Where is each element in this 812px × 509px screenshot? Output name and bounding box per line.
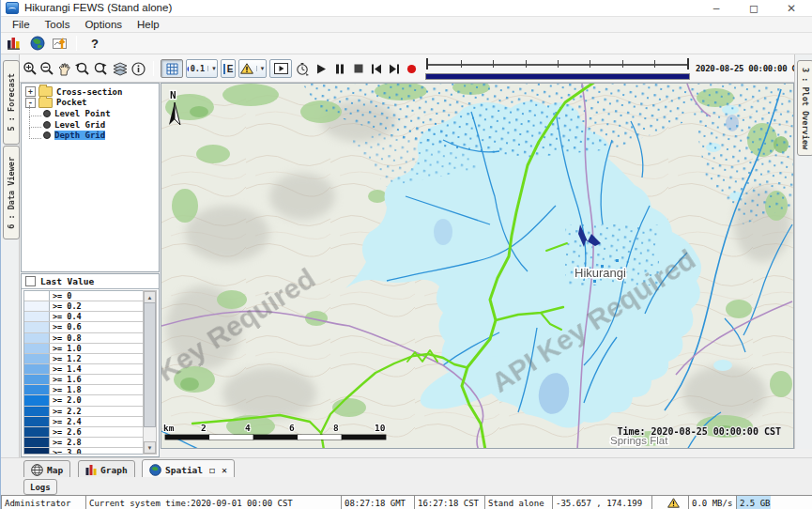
left-tab-strip: 5 : Forecast 6 : Data Viewer — [1, 54, 20, 458]
label-toggle[interactable]: E — [221, 59, 236, 78]
map-view[interactable]: API Key Required API Key Required Hikura… — [161, 83, 794, 449]
toolbar-separator — [76, 36, 77, 51]
maximize-button[interactable]: ◻ — [738, 0, 770, 16]
legend-swatch — [24, 385, 50, 394]
zoom-out-icon[interactable] — [38, 59, 55, 78]
north-label: N — [170, 89, 176, 101]
close-button[interactable]: ✕ — [775, 0, 807, 16]
legend-swatch — [24, 395, 50, 405]
map-canvas[interactable]: API Key Required API Key Required Hikura… — [161, 84, 793, 449]
tab-map[interactable]: Map — [23, 460, 70, 479]
legend-row[interactable]: >= 1.6 — [24, 375, 144, 385]
zoom-in-icon[interactable] — [22, 59, 38, 78]
minimize-button[interactable]: – — [700, 0, 732, 16]
legend-swatch — [24, 301, 50, 311]
window-title: Hikurangi FEWS (Stand alone) — [24, 2, 172, 13]
svg-text:2: 2 — [201, 423, 207, 433]
set-time-icon[interactable] — [294, 59, 311, 78]
tree-connector — [29, 105, 41, 116]
animation-icon[interactable] — [269, 59, 292, 78]
grid-icon[interactable] — [161, 59, 183, 78]
svg-text:8: 8 — [333, 423, 339, 433]
play-icon[interactable] — [313, 59, 329, 78]
slider-end-cap — [687, 58, 689, 69]
legend-row[interactable]: >= 0.8 — [24, 333, 144, 344]
point-icon — [187, 66, 189, 72]
database-chart-icon[interactable] — [5, 34, 23, 53]
tree-item-level-point[interactable]: Level Point — [22, 108, 159, 119]
logs-button[interactable]: Logs — [23, 479, 57, 495]
step-back-icon[interactable] — [368, 59, 385, 78]
scroll-thumb[interactable] — [144, 302, 156, 427]
help-icon[interactable]: ? — [85, 34, 104, 53]
slider-start-cap — [426, 58, 428, 69]
legend-row[interactable]: >= 0.6 — [24, 322, 144, 332]
tab-maximize-icon[interactable]: ◻ — [209, 465, 215, 475]
legend-scrollbar[interactable]: ▲ ▼ — [143, 290, 157, 455]
slider-tick — [526, 60, 527, 68]
town-label: Hikurangi — [575, 266, 626, 280]
menu-tools[interactable]: Tools — [38, 18, 78, 31]
record-icon[interactable] — [404, 59, 419, 78]
legend-swatch — [24, 354, 50, 363]
legend-header: Last Value — [22, 274, 159, 289]
legend-row[interactable]: >= 0.2 — [24, 301, 144, 312]
node-bullet-icon — [43, 131, 51, 139]
scroll-down-icon[interactable]: ▼ — [144, 441, 156, 454]
menu-options[interactable]: Options — [77, 18, 130, 31]
status-warning-cell[interactable] — [651, 495, 692, 509]
tab-plot-overview[interactable]: 3 : Plot Overview — [797, 60, 812, 156]
tree-item-pocket[interactable]: - Pocket — [22, 98, 159, 109]
tree-item-depth-grid[interactable]: Depth Grid — [22, 130, 159, 141]
map-time-label: Time: 2020-08-25 00:00:00 CST — [617, 426, 781, 437]
legend-row[interactable]: >= 1.2 — [24, 354, 144, 364]
scalar-dropdown[interactable]: 0.1 ▼ — [186, 59, 218, 78]
expand-icon[interactable]: + — [25, 86, 36, 97]
tree-item-level-grid[interactable]: Level Grid — [22, 119, 159, 131]
legend-row[interactable]: >= 1.4 — [24, 364, 144, 375]
pause-icon[interactable] — [331, 59, 348, 78]
menu-file[interactable]: File — [5, 18, 38, 31]
tab-close-icon[interactable]: ✕ — [222, 465, 227, 475]
step-forward-icon[interactable] — [386, 59, 403, 78]
info-icon[interactable] — [130, 59, 146, 78]
zoom-previous-icon[interactable] — [73, 59, 91, 78]
warning-dropdown[interactable]: ▼ — [238, 59, 267, 78]
legend-swatch — [24, 448, 50, 455]
svg-text:km: km — [163, 423, 175, 433]
layers-icon[interactable] — [111, 59, 129, 78]
spatial-display-icon[interactable] — [52, 34, 70, 53]
legend-row[interactable]: >= 3.0 — [24, 448, 144, 455]
warning-icon — [240, 63, 253, 74]
menu-help[interactable]: Help — [130, 18, 167, 31]
legend-row[interactable]: >= 2.6 — [24, 427, 144, 438]
legend-row[interactable]: >= 2.0 — [24, 395, 144, 406]
node-bullet-icon — [43, 110, 51, 117]
legend-row[interactable]: >= 2.4 — [24, 417, 144, 427]
legend-swatch — [24, 333, 50, 343]
legend-swatch — [24, 322, 50, 332]
tab-forecast[interactable]: 5 : Forecast — [3, 60, 20, 145]
legend-row[interactable]: >= 1.8 — [24, 385, 144, 395]
application-window: Hikurangi FEWS (Stand alone) – ◻ ✕ File … — [0, 0, 812, 509]
zoom-next-icon[interactable] — [92, 59, 110, 78]
slider-tick — [654, 60, 655, 68]
tab-data-viewer[interactable]: 6 : Data Viewer — [3, 146, 20, 239]
time-range-bar[interactable] — [425, 73, 690, 80]
tab-graph[interactable]: Graph — [78, 460, 135, 479]
stop-icon[interactable] — [350, 59, 367, 78]
pan-icon[interactable] — [55, 59, 72, 78]
time-slider[interactable] — [423, 55, 692, 81]
legend-row[interactable]: >= 0.4 — [24, 312, 144, 322]
chevron-down-icon: ▼ — [207, 66, 217, 71]
app-logo-icon — [6, 2, 19, 14]
status-coordinates: -35.657 , 174.199 — [552, 495, 655, 509]
last-value-checkbox[interactable] — [25, 276, 36, 286]
legend-row[interactable]: >= 2.8 — [24, 438, 144, 448]
legend-row[interactable]: >= 0 — [24, 291, 144, 301]
legend-row[interactable]: >= 1.0 — [24, 344, 144, 354]
legend-row[interactable]: >= 2.2 — [24, 407, 144, 417]
svg-text:4: 4 — [245, 423, 251, 433]
legend-class-list: >= 0 >= 0.2 >= 0.4 >= 0.6 >= 0.8 >= 1.0 … — [23, 290, 145, 455]
globe-icon[interactable] — [28, 34, 47, 53]
